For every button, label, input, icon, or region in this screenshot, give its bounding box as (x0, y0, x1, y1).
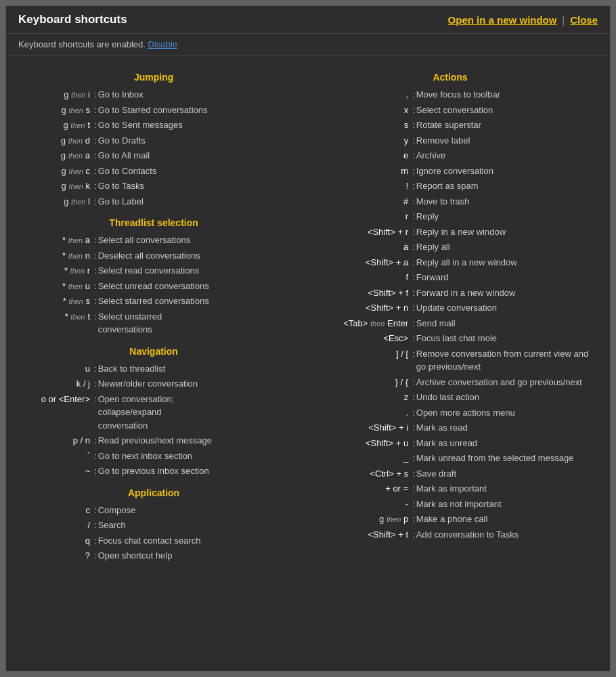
navigation-section-title: Navigation (18, 346, 289, 357)
shortcut-row: * then r : Select read conversations (18, 264, 289, 278)
shortcut-row: # : Move to trash (303, 195, 598, 209)
shortcut-row: q : Focus chat contact search (18, 534, 289, 548)
shortcut-row: e : Archive (303, 149, 598, 162)
shortcut-row: <Esc> : Focus last chat mole (303, 332, 598, 345)
shortcuts-enabled-bar: Keyboard shortcuts are enabled. Disable (6, 34, 610, 56)
disable-shortcuts-link[interactable]: Disable (148, 39, 177, 49)
shortcut-row: <Shift> + f : Forward in a new window (303, 286, 598, 300)
shortcut-row: o or <Enter> : Open conversation;collaps… (18, 393, 289, 433)
shortcut-row: * then n : Deselect all conversations (18, 249, 289, 263)
shortcut-row: ~ : Go to previous inbox section (18, 464, 289, 478)
shortcut-row: c : Compose (18, 504, 289, 517)
jumping-section-title: Jumping (18, 72, 289, 83)
header-separator: | (562, 14, 565, 26)
shortcut-row: a : Reply all (303, 240, 598, 254)
shortcut-row: g then i : Go to Inbox (18, 88, 289, 102)
shortcut-row: f : Forward (303, 271, 598, 284)
shortcut-row: g then a : Go to All mail (18, 149, 289, 162)
shortcut-row: - : Mark as not important (303, 498, 598, 511)
shortcut-row: z : Undo last action (303, 391, 598, 404)
shortcut-row: g then p : Make a phone call (303, 512, 598, 526)
shortcut-row: + or = : Mark as important (303, 482, 598, 496)
shortcut-row: ? : Open shortcut help (18, 549, 289, 563)
shortcut-row: r : Reply (303, 210, 598, 223)
shortcut-row: } / { : Archive conversation and go prev… (303, 376, 598, 389)
threadlist-section-title: Threadlist selection (18, 217, 289, 228)
shortcut-row: s : Rotate superstar (303, 118, 598, 132)
shortcut-row: g then d : Go to Drafts (18, 134, 289, 148)
shortcut-row: / : Search (18, 519, 289, 532)
shortcut-row: * then s : Select starred conversations (18, 294, 289, 308)
shortcut-row: k / j : Newer/older conversation (18, 377, 289, 391)
shortcut-row: <Shift> + u : Mark as unread (303, 437, 598, 450)
modal-header: Keyboard shortcuts Open in a new window … (6, 6, 610, 34)
right-column: Actions , : Move focus to toolbar x : Se… (296, 62, 610, 565)
shortcut-row: * then a : Select all conversations (18, 234, 289, 247)
shortcut-row: g then c : Go to Contacts (18, 165, 289, 178)
shortcut-row: g then l : Go to Label (18, 195, 289, 209)
shortcut-row: <Shift> + t : Add conversation to Tasks (303, 528, 598, 542)
shortcut-row: <Shift> + a : Reply all in a new window (303, 256, 598, 269)
shortcut-row: ` : Go to next inbox section (18, 450, 289, 463)
actions-section-title: Actions (303, 72, 598, 83)
shortcut-row: g then k : Go to Tasks (18, 179, 289, 193)
shortcut-row: g then s : Go to Starred conversations (18, 104, 289, 117)
shortcut-row: <Shift> + n : Update conversation (303, 301, 598, 315)
shortcuts-body: Jumping g then i : Go to Inbox g then s … (6, 56, 610, 571)
modal-header-links: Open in a new window | Close (448, 14, 598, 26)
shortcut-row: p / n : Read previous/next message (18, 434, 289, 447)
shortcut-row: , : Move focus to toolbar (303, 88, 598, 102)
shortcut-row: <Ctrl> + s : Save draft (303, 467, 598, 481)
shortcut-row: <Shift> + r : Reply in a new window (303, 225, 598, 239)
left-column: Jumping g then i : Go to Inbox g then s … (6, 62, 296, 565)
shortcut-row: . : Open more actions menu (303, 406, 598, 420)
shortcut-row: <Shift> + i : Mark as read (303, 421, 598, 435)
modal-title: Keyboard shortcuts (18, 13, 127, 26)
shortcut-row: ] / [ : Remove conversation from current… (303, 347, 598, 374)
shortcut-row: y : Remove label (303, 134, 598, 148)
open-new-window-link[interactable]: Open in a new window (448, 14, 557, 26)
close-link[interactable]: Close (570, 14, 598, 26)
keyboard-shortcuts-modal: Keyboard shortcuts Open in a new window … (5, 5, 611, 672)
application-section-title: Application (18, 487, 289, 498)
shortcut-row: * then u : Select unread conversations (18, 280, 289, 293)
shortcut-row: u : Back to threadlist (18, 362, 289, 376)
shortcut-row: ! : Report as spam (303, 179, 598, 193)
shortcut-row: x : Select conversation (303, 104, 598, 117)
shortcut-row: <Tab> then Enter : Send mail (303, 317, 598, 330)
shortcut-row: g then t : Go to Sent messages (18, 118, 289, 132)
shortcuts-enabled-text: Keyboard shortcuts are enabled. (18, 39, 146, 49)
shortcut-row: * then t : Select unstarredconversations (18, 310, 289, 336)
shortcut-row: _ : Mark unread from the selected messag… (303, 452, 598, 465)
shortcut-row: m : Ignore conversation (303, 165, 598, 178)
